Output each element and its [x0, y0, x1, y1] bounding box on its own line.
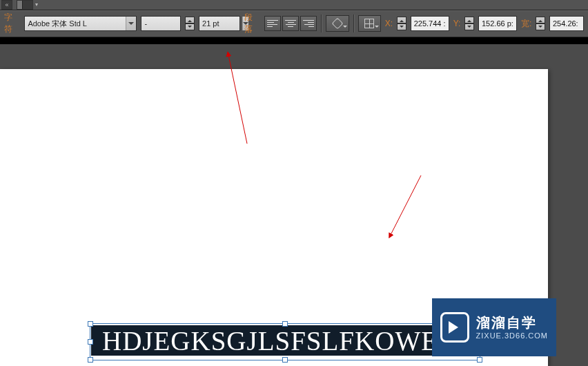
text-options-bar: 字符 段落 X: 225.744 : Y: 152.66 p: 宽:: [0, 10, 588, 37]
handle-top-left[interactable]: [88, 321, 93, 327]
spin-up-icon[interactable]: [397, 17, 406, 23]
reference-point-button[interactable]: [358, 15, 381, 32]
spin-down-icon[interactable]: [397, 23, 406, 30]
selection-bounding-box[interactable]: [90, 323, 480, 360]
font-size-spinner[interactable]: [185, 17, 195, 30]
x-value-input[interactable]: 225.744 :: [411, 16, 449, 31]
align-center-button[interactable]: [282, 16, 299, 31]
chevron-down-icon: [343, 26, 347, 30]
collapse-chevron-icon[interactable]: «: [1, 0, 12, 10]
x-spinner[interactable]: [397, 17, 406, 30]
align-left-button[interactable]: [264, 16, 281, 31]
paragraph-label: 段落: [244, 12, 260, 35]
panel-layout-icon[interactable]: [17, 0, 33, 10]
spin-down-icon[interactable]: [185, 23, 195, 30]
character-label: 字符: [4, 12, 20, 35]
handle-mid-left[interactable]: [88, 339, 93, 345]
chain-transform-button[interactable]: [326, 15, 349, 32]
separator: [321, 15, 322, 32]
font-family-input[interactable]: [25, 17, 126, 30]
w-value-input[interactable]: 254.26:: [549, 16, 584, 31]
x-label: X:: [385, 19, 393, 28]
font-size-combo[interactable]: [199, 16, 240, 31]
font-family-drop-icon[interactable]: [126, 17, 136, 30]
font-style-combo[interactable]: [141, 16, 181, 31]
window-tab-strip: « ▾: [0, 0, 588, 10]
w-spinner[interactable]: [536, 17, 545, 30]
handle-bottom-left[interactable]: [88, 357, 93, 363]
handle-top-mid[interactable]: [282, 321, 288, 327]
spin-up-icon[interactable]: [464, 17, 474, 23]
spin-down-icon[interactable]: [536, 23, 545, 30]
spin-up-icon[interactable]: [185, 17, 195, 23]
watermark-subtitle: ZIXUE.3D66.COM: [476, 331, 548, 341]
handle-bottom-mid[interactable]: [282, 357, 288, 363]
watermark-title: 溜溜自学: [476, 314, 548, 331]
width-label: 宽:: [521, 18, 531, 30]
spin-down-icon[interactable]: [464, 23, 474, 30]
y-label: Y:: [453, 19, 461, 28]
handle-bottom-right[interactable]: [477, 357, 482, 363]
separator: [353, 15, 354, 32]
spin-up-icon[interactable]: [536, 17, 545, 23]
chevron-down-icon: [375, 26, 379, 30]
dropdown-chevron-icon[interactable]: ▾: [33, 0, 40, 8]
align-right-button[interactable]: [300, 16, 317, 31]
grid-icon: [364, 19, 374, 28]
play-icon: [440, 312, 469, 343]
y-spinner[interactable]: [464, 17, 474, 30]
font-family-combo[interactable]: [24, 16, 137, 31]
y-value-input[interactable]: 152.66 p:: [478, 16, 517, 31]
align-group: [264, 16, 317, 31]
watermark-badge: 溜溜自学 ZIXUE.3D66.COM: [432, 298, 556, 356]
